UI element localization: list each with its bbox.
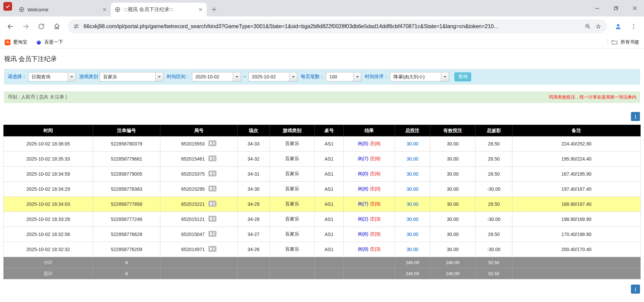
cell-payout: 28.50 [476, 152, 512, 167]
cell-valid-bet: 30.00 [430, 242, 476, 257]
cell-note: 168.90/197.40 [512, 197, 641, 212]
banker-result: 庄(9) [370, 231, 381, 237]
subtotal-payout: 52.50 [476, 257, 512, 268]
empty-cell [238, 268, 270, 279]
game-type-select[interactable]: 百家乐 [100, 72, 163, 81]
total-bet-link[interactable]: 30.00 [406, 232, 418, 237]
cell-note: 167.40/195.90 [512, 167, 641, 182]
maximize-button[interactable] [606, 0, 625, 16]
col-header-note: 备注 [512, 125, 641, 136]
bookmarks-right: 所有书签 [607, 39, 639, 46]
bookmark-taobao[interactable]: 淘 爱淘宝 [5, 39, 27, 45]
video-card-icon [208, 156, 216, 161]
cell-payout: 28.50 [476, 136, 512, 152]
total-bet-link[interactable]: 30.00 [406, 141, 418, 146]
round-detail-button[interactable] [208, 201, 216, 207]
banker-result: 庄(0) [370, 186, 381, 191]
cell-time: 2025-10-02 18:32:56 [4, 227, 93, 242]
video-card-icon [208, 246, 216, 252]
video-card-icon [208, 216, 216, 222]
forward-button[interactable] [19, 19, 33, 34]
site-settings-button[interactable] [73, 23, 80, 29]
round-detail-button[interactable] [208, 186, 216, 192]
tab-welcome[interactable]: Welcome [15, 3, 111, 16]
round-detail-button[interactable] [208, 156, 216, 162]
video-card-icon [208, 186, 216, 191]
dropdown-arrow-icon[interactable] [289, 72, 297, 81]
address-bar[interactable]: 66cxkj98.com/ipl/portal.php/game/betreco… [68, 19, 607, 33]
query-type-select[interactable]: 日期查询 [28, 72, 76, 81]
close-icon [199, 8, 202, 11]
pagination-page-button[interactable]: 1 [631, 112, 640, 121]
tab-close-button[interactable] [197, 6, 204, 13]
grand-total-label: 总计 [4, 268, 93, 279]
dropdown-arrow-icon[interactable] [353, 72, 361, 81]
back-button[interactable] [3, 19, 17, 34]
zoom-button[interactable] [585, 23, 591, 29]
window-close-button[interactable] [625, 0, 644, 16]
tab-close-button[interactable] [101, 6, 108, 13]
date-to-select[interactable]: 2025-10-02 [248, 72, 297, 81]
col-header-time: 时间 [4, 125, 93, 136]
empty-cell [344, 268, 395, 279]
bookmark-star-button[interactable] [595, 23, 602, 30]
pagination-page-button[interactable]: 1 [631, 285, 640, 294]
cell-payout: 28.50 [476, 227, 512, 242]
new-tab-button[interactable] [208, 3, 220, 15]
tab-title: Welcome [28, 7, 98, 12]
all-bookmarks-button[interactable]: 所有书签 [611, 39, 639, 46]
total-bet-link[interactable]: 30.00 [406, 171, 418, 177]
filter-sort: 时间排序： 降幂(由大到小) [365, 72, 449, 81]
total-bet-link[interactable]: 30.00 [406, 186, 418, 192]
banker-result: 庄(8) [370, 156, 381, 161]
date-from-select[interactable]: 2025-10-02 [192, 72, 241, 81]
total-bet-link[interactable]: 30.00 [406, 247, 418, 252]
dropdown-arrow-icon[interactable] [155, 72, 163, 81]
player-result: 闲(8) [358, 186, 368, 191]
cell-result: 闲(9)庄(3) [344, 242, 395, 257]
round-detail-button[interactable] [208, 140, 216, 147]
round-id: 652015295 [181, 186, 205, 192]
forward-icon [22, 22, 30, 31]
globe-icon [19, 7, 24, 12]
total-bet-link[interactable]: 30.00 [406, 201, 418, 207]
game-type-value: 百家乐 [100, 72, 155, 81]
page-size-select[interactable]: 100 [326, 72, 361, 81]
filter-date-range: 时间区间： 2025-10-02 ~ 2025-10-02 [167, 72, 297, 81]
dropdown-arrow-icon[interactable] [441, 72, 449, 81]
bookmark-baidu[interactable]: 百度一下 [36, 39, 63, 45]
dropdown-arrow-icon[interactable] [68, 72, 76, 81]
tab-bet-records[interactable]: :::视讯 会员下注纪录::: [111, 3, 207, 16]
round-detail-button[interactable] [208, 246, 216, 253]
subtotal-label: 小计 [4, 257, 93, 268]
cell-note: 170.40/198.90 [512, 227, 641, 242]
empty-cell [160, 268, 238, 279]
search-button[interactable]: 查询 [454, 72, 471, 81]
cell-game-type: 百家乐 [270, 242, 315, 257]
profile-button[interactable] [611, 19, 625, 34]
refresh-button[interactable] [34, 19, 48, 34]
minimize-button[interactable] [588, 0, 606, 16]
url-text[interactable]: 66cxkj98.com/ipl/portal.php/game/betreco… [84, 23, 581, 29]
grand-total-payout: 52.50 [476, 268, 512, 279]
total-bet-link[interactable]: 30.00 [406, 217, 418, 222]
cell-time: 2025-10-02 18:34:59 [4, 167, 93, 182]
round-detail-button[interactable] [208, 216, 216, 223]
tune-icon [73, 23, 80, 29]
home-button[interactable] [50, 19, 64, 34]
banker-result: 庄(3) [370, 246, 381, 252]
cell-total-bet: 30.00 [395, 152, 430, 167]
date-to-value: 2025-10-02 [249, 72, 289, 81]
bookmarks-bar: 淘 爱淘宝 百度一下 所有书签 [0, 36, 644, 49]
cell-table-no: AS1 [315, 242, 344, 257]
cell-round: 652015461 [160, 152, 238, 167]
round-detail-button[interactable] [208, 231, 216, 238]
table-row: 2025-10-02 18:32:56 522858776628 6520150… [4, 227, 641, 242]
dropdown-arrow-icon[interactable] [233, 72, 241, 81]
player-result: 闲(7) [358, 201, 368, 206]
col-header-table: 桌号 [315, 125, 344, 136]
round-detail-button[interactable] [208, 171, 216, 177]
total-bet-link[interactable]: 30.00 [406, 156, 418, 162]
menu-button[interactable] [627, 19, 641, 34]
sort-select[interactable]: 降幂(由大到小) [390, 72, 449, 81]
